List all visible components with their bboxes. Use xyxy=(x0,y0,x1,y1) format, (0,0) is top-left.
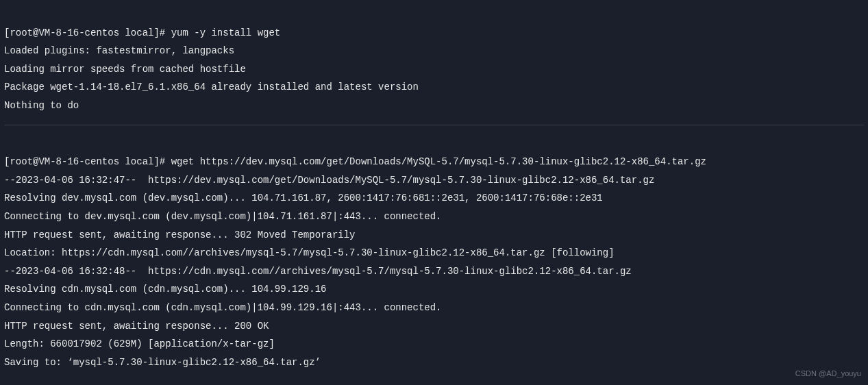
terminal-window[interactable]: [root@VM-8-16-centos local]# yum -y inst… xyxy=(0,0,868,377)
output-line: HTTP request sent, awaiting response... … xyxy=(4,229,355,240)
shell-prompt: [root@VM-8-16-centos local]# xyxy=(4,156,171,167)
output-line: Loading mirror speeds from cached hostfi… xyxy=(4,64,246,75)
output-line: --2023-04-06 16:32:48-- https://cdn.mysq… xyxy=(4,266,632,277)
output-line: Resolving cdn.mysql.com (cdn.mysql.com).… xyxy=(4,284,326,295)
shell-prompt: [root@VM-8-16-centos local]# xyxy=(4,27,171,38)
output-line: --2023-04-06 16:32:47-- https://dev.mysq… xyxy=(4,175,654,186)
watermark-text: CSDN @AD_youyu xyxy=(795,367,861,381)
output-line: Loaded plugins: fastestmirror, langpacks xyxy=(4,45,234,56)
output-line: Connecting to dev.mysql.com (dev.mysql.c… xyxy=(4,211,442,222)
output-line: Location: https://cdn.mysql.com//archive… xyxy=(4,247,615,258)
command-text: wget https://dev.mysql.com/get/Downloads… xyxy=(171,156,706,167)
output-line: Resolving dev.mysql.com (dev.mysql.com).… xyxy=(4,192,603,203)
separator xyxy=(4,125,864,125)
output-line: Saving to: ‘mysql-5.7.30-linux-glibc2.12… xyxy=(4,357,321,368)
output-line: Package wget-1.14-18.el7_6.1.x86_64 alre… xyxy=(4,82,419,92)
command-text: yum -y install wget xyxy=(171,27,281,38)
output-line: Length: 660017902 (629M) [application/x-… xyxy=(4,338,275,349)
output-line: Nothing to do xyxy=(4,100,79,111)
output-line: HTTP request sent, awaiting response... … xyxy=(4,321,269,332)
terminal-block-1: [root@VM-8-16-centos local]# yum -y inst… xyxy=(4,5,864,115)
terminal-block-2: [root@VM-8-16-centos local]# wget https:… xyxy=(4,135,864,372)
output-line: Connecting to cdn.mysql.com (cdn.mysql.c… xyxy=(4,302,442,313)
